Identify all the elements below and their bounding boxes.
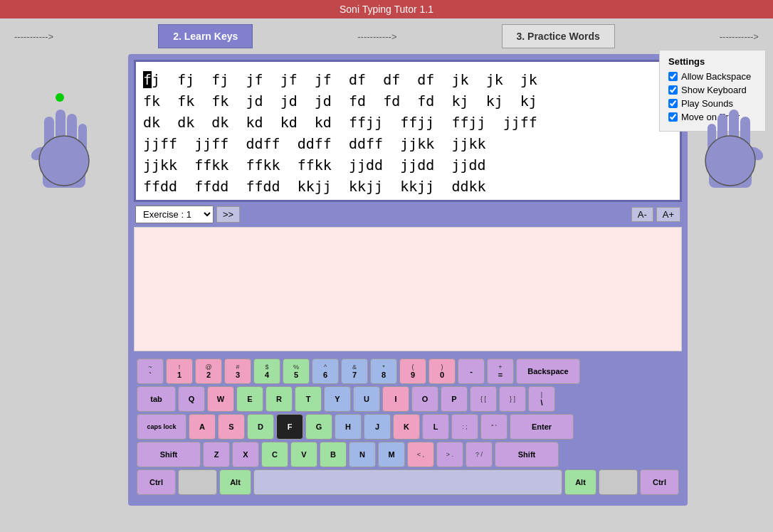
svg-rect-14: [709, 168, 752, 188]
keyboard: ~` !1 @2 #3 $4 %5 ^6 &7 *8 (9 )0 - += Ba…: [134, 356, 682, 500]
key-f[interactable]: F: [276, 414, 303, 440]
keyboard-row-1: ~` !1 @2 #3 $4 %5 ^6 &7 *8 (9 )0 - += Ba…: [137, 358, 679, 384]
key-alt-right[interactable]: Alt: [564, 469, 596, 495]
key-c[interactable]: C: [261, 442, 288, 467]
step3-button[interactable]: 3. Practice Words: [502, 24, 615, 48]
key-6[interactable]: ^6: [312, 358, 339, 384]
key-win-right[interactable]: [599, 469, 638, 495]
key-5[interactable]: %5: [283, 358, 310, 384]
key-backslash[interactable]: |\: [528, 386, 555, 412]
key-slash[interactable]: ? /: [466, 442, 493, 467]
key-2[interactable]: @2: [195, 358, 222, 384]
key-k[interactable]: K: [393, 414, 420, 440]
title-bar: Soni Typing Tutor 1.1: [0, 0, 773, 18]
key-comma[interactable]: < ,: [407, 442, 434, 467]
key-0[interactable]: )0: [428, 358, 456, 384]
exercise-bar: Exercise : 1Exercise : 2Exercise : 3Exer…: [134, 202, 682, 227]
keyboard-row-2: tab Q W E R T Y U I O P { [ } ] |\: [137, 386, 679, 412]
key-equals[interactable]: +=: [487, 358, 514, 384]
app-title: Soni Typing Tutor 1.1: [340, 4, 433, 15]
play-sounds-checkbox[interactable]: [668, 99, 678, 108]
key-x[interactable]: X: [232, 442, 259, 467]
key-u[interactable]: U: [353, 386, 380, 412]
key-backtick[interactable]: ~`: [137, 358, 164, 384]
keyboard-row-4: Shift Z X C V B N M < , > . ? / Shift: [137, 442, 679, 467]
key-d[interactable]: D: [247, 414, 274, 440]
svg-rect-11: [717, 114, 727, 151]
key-alt-left[interactable]: Alt: [219, 469, 251, 495]
key-h[interactable]: H: [335, 414, 362, 440]
key-y[interactable]: Y: [324, 386, 351, 412]
show-keyboard-setting: Show Keyboard: [668, 85, 757, 95]
key-shift-left[interactable]: Shift: [137, 442, 201, 467]
key-l[interactable]: L: [422, 414, 449, 440]
allow-backspace-checkbox[interactable]: [668, 72, 678, 81]
key-period[interactable]: > .: [436, 442, 463, 467]
first-char: f: [143, 71, 152, 88]
key-capslock[interactable]: caps lock: [137, 414, 186, 440]
left-hand-icon: [28, 97, 100, 189]
key-enter[interactable]: Enter: [510, 414, 574, 440]
move-on-error-checkbox[interactable]: [668, 112, 678, 122]
key-j[interactable]: J: [364, 414, 391, 440]
nav-arrow-3: ----------->: [720, 31, 759, 42]
key-z[interactable]: Z: [203, 442, 230, 467]
key-backspace[interactable]: Backspace: [516, 358, 580, 384]
key-4[interactable]: $4: [253, 358, 280, 384]
svg-rect-13: [740, 117, 750, 151]
left-hand-container: [28, 97, 100, 192]
show-keyboard-label: Show Keyboard: [681, 85, 747, 95]
key-3[interactable]: #3: [224, 358, 251, 384]
show-keyboard-checkbox[interactable]: [668, 85, 678, 95]
exercise-select-wrap: Exercise : 1Exercise : 2Exercise : 3Exer…: [135, 206, 240, 223]
key-p[interactable]: P: [441, 386, 468, 412]
key-b[interactable]: B: [320, 442, 347, 467]
key-9[interactable]: (9: [399, 358, 426, 384]
key-1[interactable]: !1: [166, 358, 193, 384]
key-bracket-left[interactable]: { [: [470, 386, 497, 412]
key-g[interactable]: G: [305, 414, 332, 440]
key-semicolon[interactable]: : ;: [451, 414, 478, 440]
key-o[interactable]: O: [411, 386, 438, 412]
right-hand-icon: [695, 97, 766, 189]
font-increase-button[interactable]: A+: [656, 207, 680, 222]
text-display: fj fj fj jf jf jf df df df jk jk jk fk f…: [134, 60, 682, 202]
key-m[interactable]: M: [378, 442, 405, 467]
svg-rect-3: [56, 110, 65, 151]
left-hand-area: [7, 54, 121, 506]
key-shift-right[interactable]: Shift: [495, 442, 559, 467]
next-button[interactable]: >>: [216, 206, 240, 223]
main-area: fj fj fj jf jf jf df df df jk jk jk fk f…: [0, 54, 773, 506]
key-minus[interactable]: -: [458, 358, 485, 384]
svg-rect-2: [44, 117, 54, 151]
typing-area[interactable]: [134, 227, 682, 351]
typing-input[interactable]: [138, 231, 678, 347]
key-7[interactable]: &7: [341, 358, 368, 384]
step2-button[interactable]: 2. Learn Keys: [158, 24, 253, 48]
key-q[interactable]: Q: [178, 386, 205, 412]
svg-rect-12: [729, 110, 739, 151]
key-i[interactable]: I: [382, 386, 409, 412]
svg-rect-4: [67, 114, 77, 151]
key-r[interactable]: R: [265, 386, 293, 412]
key-t[interactable]: T: [295, 386, 322, 412]
key-bracket-right[interactable]: } ]: [499, 386, 526, 412]
key-8[interactable]: *8: [370, 358, 397, 384]
key-a[interactable]: A: [189, 414, 216, 440]
key-v[interactable]: V: [290, 442, 317, 467]
key-w[interactable]: W: [207, 386, 234, 412]
key-ctrl-left[interactable]: Ctrl: [137, 469, 176, 495]
key-win-left[interactable]: [178, 469, 217, 495]
key-n[interactable]: N: [349, 442, 376, 467]
right-hand-container: [695, 97, 766, 192]
font-decrease-button[interactable]: A-: [631, 207, 653, 222]
key-e[interactable]: E: [236, 386, 263, 412]
key-quote[interactable]: " ': [480, 414, 508, 440]
key-space[interactable]: [253, 469, 562, 495]
keyboard-row-5: Ctrl Alt Alt Ctrl: [137, 469, 679, 495]
exercise-select[interactable]: Exercise : 1Exercise : 2Exercise : 3Exer…: [135, 206, 214, 223]
nav-arrow-2: ----------->: [357, 31, 396, 42]
key-ctrl-right[interactable]: Ctrl: [640, 469, 679, 495]
key-s[interactable]: S: [218, 414, 245, 440]
key-tab[interactable]: tab: [137, 386, 176, 412]
